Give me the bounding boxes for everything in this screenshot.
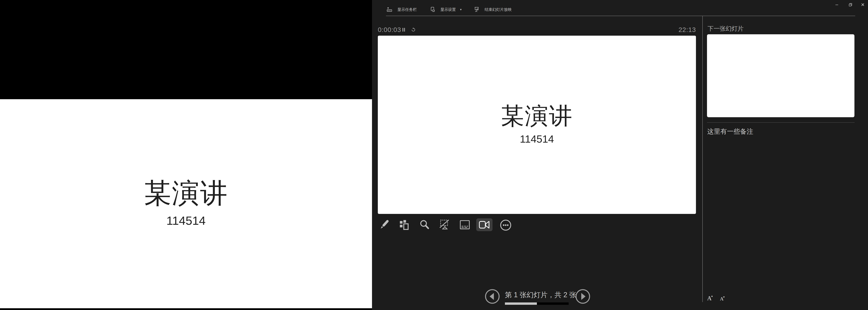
caret-down-icon: ▼ [723, 296, 724, 298]
current-slide-preview[interactable]: 某演讲 114514 [378, 36, 696, 214]
decrease-font-button[interactable]: A ▼ [720, 297, 725, 301]
close-icon [861, 3, 864, 6]
slide-progress-fill [505, 303, 537, 305]
audience-slide-display: 某演讲 114514 [0, 0, 372, 310]
next-slide-label: 下一张幻灯片 [708, 25, 744, 32]
restart-icon [411, 28, 415, 32]
caret-up-icon: ▲ [711, 295, 713, 297]
restart-timer-button[interactable] [410, 27, 416, 33]
taskbar-icon [387, 7, 392, 12]
end-slideshow-button[interactable]: 结束幻灯片放映 [474, 5, 512, 14]
restore-icon [849, 3, 852, 6]
slide-grid-icon [399, 219, 410, 230]
display-settings-button[interactable]: 显示设置 ▼ [430, 5, 462, 14]
end-slideshow-label: 结束幻灯片放映 [485, 7, 512, 11]
slide-status-text: 第 1 张幻灯片，共 2 张 [505, 291, 569, 299]
preview-slide-subtitle: 114514 [378, 134, 696, 144]
blank-screen-button[interactable] [438, 219, 451, 231]
subtitles-icon [459, 219, 470, 230]
clock: 22:13 [661, 26, 696, 33]
restore-button[interactable] [846, 1, 855, 8]
timer-elapsed: 0:00:03 [378, 26, 401, 33]
toggle-camera-button[interactable] [476, 218, 493, 231]
blank-screen-icon [439, 219, 451, 230]
slide-title: 某演讲 [0, 179, 372, 207]
slide-progress-bar [505, 303, 569, 305]
increase-font-label: A [707, 295, 711, 301]
close-button[interactable] [858, 1, 867, 8]
pause-timer-button[interactable] [400, 27, 407, 33]
show-taskbar-label: 显示任务栏 [397, 7, 417, 11]
display-settings-icon [430, 7, 435, 12]
previous-slide-button[interactable] [485, 289, 500, 304]
letterbox-top [0, 0, 372, 99]
pen-icon [378, 219, 390, 231]
panel-divider [702, 16, 703, 302]
toolbar-divider [386, 16, 855, 16]
notes-text[interactable]: 这里有一些备注 [707, 127, 850, 136]
chevron-down-icon: ▼ [460, 8, 462, 11]
toggle-subtitles-button[interactable] [459, 219, 471, 231]
minimize-icon [835, 3, 838, 6]
show-taskbar-button[interactable]: 显示任务栏 [387, 5, 417, 14]
slide-subtitle: 114514 [0, 215, 372, 227]
pen-tool-button[interactable] [378, 219, 391, 231]
circle-left-arrow-icon [485, 289, 500, 304]
camera-icon [478, 220, 490, 229]
letterbox-bottom [0, 308, 372, 310]
next-slide-preview [707, 34, 855, 117]
minimize-button[interactable] [832, 1, 841, 8]
increase-font-button[interactable]: A ▲ [707, 295, 713, 301]
next-slide-button[interactable] [575, 289, 591, 304]
display-settings-label: 显示设置 [440, 7, 456, 11]
circle-right-arrow-icon [575, 289, 591, 304]
more-options-icon [500, 219, 512, 231]
end-slideshow-icon [474, 7, 479, 12]
magnifier-icon [419, 219, 430, 230]
see-all-slides-button[interactable] [398, 219, 410, 231]
more-options-button[interactable] [499, 219, 512, 231]
preview-slide-title: 某演讲 [378, 104, 696, 127]
notes-divider [707, 122, 855, 123]
zoom-tool-button[interactable] [418, 219, 431, 231]
pause-icon [402, 28, 405, 32]
